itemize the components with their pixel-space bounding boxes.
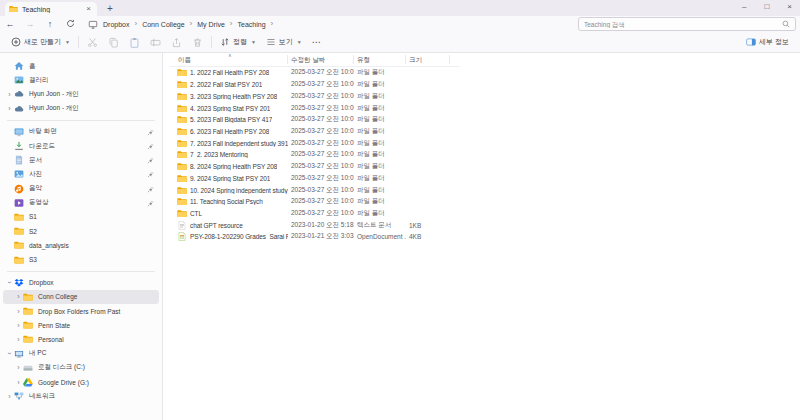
sidebar-item[interactable]: ›Conn College xyxy=(3,290,159,304)
chevron-right-icon[interactable]: › xyxy=(14,322,23,329)
paste-icon xyxy=(129,37,140,48)
file-row[interactable]: chat GPT resource2023-01-20 오전 5:18텍스트 문… xyxy=(170,219,800,231)
breadcrumb-chevron-icon[interactable]: › xyxy=(228,20,235,28)
chevron-right-icon[interactable]: › xyxy=(5,393,14,400)
new-tab-button[interactable]: + xyxy=(107,4,113,14)
breadcrumb-item[interactable]: Conn College xyxy=(139,21,187,28)
chevron-right-icon[interactable]: › xyxy=(14,364,23,371)
file-date: 2025-03-27 오전 10:06 xyxy=(288,150,354,159)
textdoc-icon xyxy=(177,221,187,230)
file-type: 파일 폴더 xyxy=(354,68,406,77)
sort-button[interactable]: 정렬 ▼ xyxy=(215,35,261,49)
sidebar-item[interactable]: ›Hyun Joon - 개인 xyxy=(3,102,159,116)
sidebar-item[interactable]: ›Dropbox xyxy=(3,276,159,290)
toolbar-separator xyxy=(78,36,79,48)
file-row[interactable]: 4. 2023 Spring Stat PSY 2012025-03-27 오전… xyxy=(170,102,800,114)
chevron-right-icon[interactable]: › xyxy=(5,91,14,98)
up-button[interactable]: ↑ xyxy=(40,20,60,29)
sidebar-item-label: Hyun Joon - 개인 xyxy=(29,104,79,113)
chevron-right-icon[interactable]: › xyxy=(14,336,23,343)
file-row[interactable]: 8. 2024 Spring Health PSY 2082025-03-27 … xyxy=(170,161,800,173)
explorer-tab[interactable]: Teaching × xyxy=(5,2,97,16)
breadcrumb-item[interactable]: Teaching xyxy=(235,21,269,28)
new-button[interactable]: 새로 만들기 ▼ xyxy=(6,35,75,49)
file-row[interactable]: 7. 2023 Fall independent study 3912025-0… xyxy=(170,137,800,149)
forward-button[interactable]: → xyxy=(20,20,40,29)
maximize-icon[interactable]: □ xyxy=(764,2,769,12)
sidebar-item[interactable]: ›Personal xyxy=(3,332,159,346)
file-explorer-window: Teaching × + – □ × ← → ↑ Dropbox›Conn Co… xyxy=(0,0,800,420)
new-plus-icon xyxy=(11,37,21,47)
sidebar-item[interactable]: S1 xyxy=(3,210,159,224)
rename-button[interactable] xyxy=(145,35,166,50)
address-location-icon[interactable] xyxy=(88,20,98,29)
folder-icon xyxy=(9,5,18,13)
sidebar-item[interactable]: ›로컬 디스크 (C:) xyxy=(3,361,159,375)
file-date: 2025-03-27 오전 10:07 xyxy=(288,197,354,206)
chevron-right-icon[interactable]: › xyxy=(5,105,14,112)
file-row[interactable]: 1. 2022 Fall Health PSY 2082025-03-27 오전… xyxy=(170,67,800,79)
column-header-type[interactable]: 유형 xyxy=(354,55,406,64)
sidebar-item[interactable]: ›Hyun Joon - 개인 xyxy=(3,87,159,101)
sidebar-item[interactable]: 갤러리 xyxy=(3,73,159,87)
file-size: 1KB xyxy=(406,222,450,229)
file-row[interactable]: 9. 2024 Spring Stat PSY 2012025-03-27 오전… xyxy=(170,172,800,184)
refresh-button[interactable] xyxy=(60,19,80,29)
more-options-button[interactable]: ⋯ xyxy=(307,37,327,47)
view-button[interactable]: 보기 ▼ xyxy=(261,35,307,49)
details-pane-button[interactable]: 세부 정보 xyxy=(741,35,794,49)
file-row[interactable]: 5. 2023 Fall Bigdata PSY 4172025-03-27 오… xyxy=(170,114,800,126)
sidebar-item[interactable]: ›내 PC xyxy=(3,347,159,361)
file-date: 2025-03-27 오전 10:07 xyxy=(288,174,354,183)
column-header-date[interactable]: 수정한 날짜 xyxy=(288,55,354,64)
breadcrumb-chevron-icon[interactable]: › xyxy=(188,20,195,28)
sidebar-item[interactable]: data_analysis xyxy=(3,238,159,252)
breadcrumb-chevron-icon[interactable]: › xyxy=(132,20,139,28)
paste-button[interactable] xyxy=(124,35,145,50)
search-input[interactable] xyxy=(584,21,782,28)
file-row[interactable]: 10. 2024 Spring independent study2025-03… xyxy=(170,184,800,196)
sidebar-item[interactable]: 홈 xyxy=(3,59,159,73)
file-row[interactable]: 3. 2023 Spring Health PSY 2082025-03-27 … xyxy=(170,90,800,102)
sidebar-item[interactable]: 음악 xyxy=(3,182,159,196)
file-row[interactable]: 7_2. 2023 Mentoring2025-03-27 오전 10:06파일… xyxy=(170,149,800,161)
search-box[interactable] xyxy=(578,17,796,31)
sidebar-item[interactable]: S3 xyxy=(3,252,159,266)
sidebar-item[interactable]: 동영상 xyxy=(3,196,159,210)
breadcrumb-item[interactable]: My Drive xyxy=(194,21,228,28)
chevron-right-icon[interactable]: › xyxy=(14,379,23,386)
sidebar-item[interactable]: 바탕 화면 xyxy=(3,125,159,139)
chevron-right-icon[interactable]: › xyxy=(14,308,23,315)
chevron-down-icon[interactable]: › xyxy=(6,278,13,287)
file-row[interactable]: 2. 2022 Fall Stat PSY 2012025-03-27 오전 1… xyxy=(170,79,800,91)
sidebar-item[interactable]: ›네트워크 xyxy=(3,389,159,403)
minimize-icon[interactable]: – xyxy=(742,2,746,12)
tab-title: Teaching xyxy=(22,6,84,13)
file-row[interactable]: 11. Teaching Social Psych2025-03-27 오전 1… xyxy=(170,196,800,208)
tab-close-icon[interactable]: × xyxy=(84,5,93,13)
sidebar-item[interactable]: ›Drop Box Folders From Past xyxy=(3,304,159,318)
share-button[interactable] xyxy=(166,35,187,50)
file-row[interactable]: 6. 2023 Fall Health PSY 2082025-03-27 오전… xyxy=(170,126,800,138)
copy-button[interactable] xyxy=(103,35,124,50)
file-row[interactable]: PSY-208-1-202290 Grades_Sarai Perez2023-… xyxy=(170,231,800,243)
sidebar-item[interactable]: ›Penn State xyxy=(3,318,159,332)
cloud-icon xyxy=(14,104,26,114)
search-icon[interactable] xyxy=(782,20,790,28)
column-header-size[interactable]: 크기 xyxy=(406,55,450,64)
chevron-right-icon[interactable]: › xyxy=(14,293,23,300)
sidebar-item[interactable]: ›Google Drive (G:) xyxy=(3,375,159,389)
details-pane-icon xyxy=(746,37,756,47)
chevron-down-icon[interactable]: › xyxy=(6,349,13,358)
breadcrumb-chevron-icon[interactable]: › xyxy=(269,20,276,28)
sidebar-item[interactable]: 사진 xyxy=(3,167,159,181)
cut-button[interactable] xyxy=(82,35,103,50)
close-icon[interactable]: × xyxy=(787,2,792,12)
sidebar-item[interactable]: 다운로드 xyxy=(3,139,159,153)
sidebar-item[interactable]: 문서 xyxy=(3,153,159,167)
delete-button[interactable] xyxy=(187,35,208,50)
back-button[interactable]: ← xyxy=(0,20,20,29)
breadcrumb-item[interactable]: Dropbox xyxy=(100,21,132,28)
sidebar-item[interactable]: S2 xyxy=(3,224,159,238)
file-row[interactable]: CTL2025-03-27 오전 10:06파일 폴더 xyxy=(170,208,800,220)
